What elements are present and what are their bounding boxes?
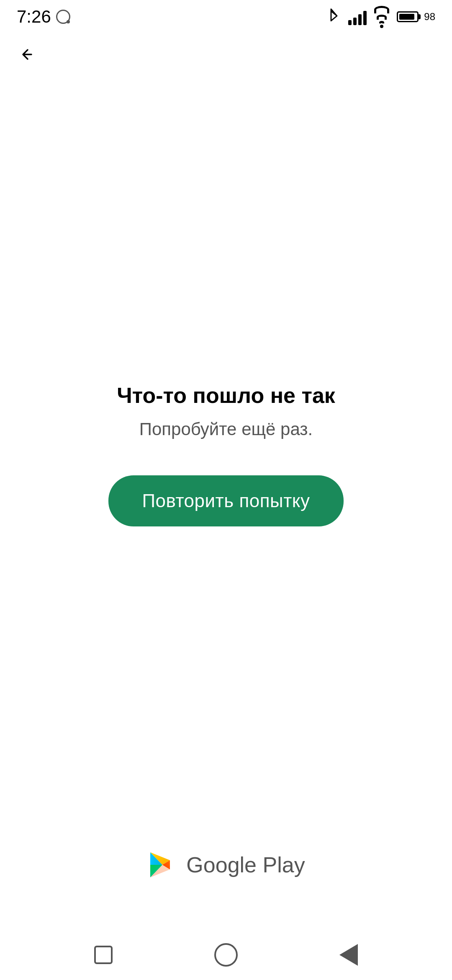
error-title: Что-то пошло не так — [117, 382, 335, 408]
time-text: 7:26 — [17, 7, 51, 27]
signal-bars-icon — [348, 8, 367, 25]
google-play-text: Google Play — [186, 852, 305, 877]
back-button[interactable] — [13, 40, 42, 69]
error-section: Что-то пошло не так Попробуйте ещё раз. — [117, 382, 335, 441]
notification-dot-icon — [56, 10, 70, 24]
home-button[interactable] — [209, 938, 243, 972]
status-bar: 7:26 98 — [0, 0, 452, 34]
status-icons-right: 98 — [327, 6, 435, 28]
bluetooth-icon — [327, 7, 341, 26]
main-content: Что-то пошло не так Попробуйте ещё раз. … — [0, 75, 452, 833]
back-nav-button[interactable] — [332, 938, 365, 972]
footer: Google Play — [0, 833, 452, 930]
back-nav-icon — [339, 944, 358, 966]
retry-button[interactable]: Повторить попытку — [108, 475, 343, 526]
toolbar — [0, 34, 452, 75]
google-play-logo-icon — [147, 850, 176, 879]
battery-icon: 98 — [397, 11, 435, 23]
recent-apps-icon — [94, 946, 113, 964]
wifi-icon — [374, 6, 389, 28]
status-time: 7:26 — [17, 7, 70, 27]
google-play-brand: Google Play — [147, 850, 305, 879]
battery-text: 98 — [424, 11, 435, 23]
recent-apps-button[interactable] — [87, 938, 120, 972]
home-icon — [214, 943, 238, 967]
error-subtitle: Попробуйте ещё раз. — [139, 417, 313, 442]
nav-bar — [0, 930, 452, 980]
